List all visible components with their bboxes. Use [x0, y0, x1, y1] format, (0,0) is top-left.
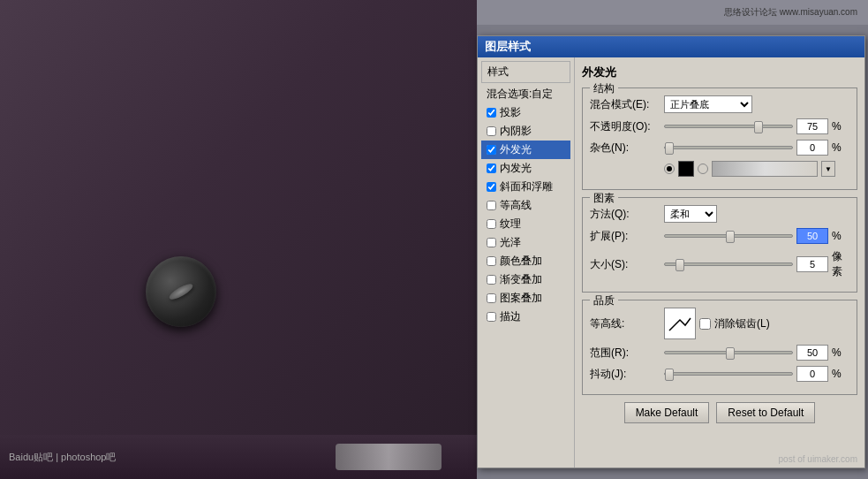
sidebar-item-blending[interactable]: 混合选项:自定: [481, 85, 570, 103]
noise-slider-thumb[interactable]: [665, 142, 674, 155]
sidebar-item-pattern-overlay[interactable]: 图案叠加: [481, 289, 570, 308]
site-text: 思络设计论坛 www.misayuan.com: [724, 6, 857, 19]
contour-svg: [668, 311, 692, 336]
opacity-slider-track[interactable]: [664, 125, 793, 128]
sidebar-item-inner-glow[interactable]: 内发光: [481, 159, 570, 178]
contour-preview[interactable]: [664, 308, 696, 339]
background-left: [0, 0, 477, 479]
color-row: ▼: [590, 161, 849, 177]
color-swatch[interactable]: [678, 161, 694, 177]
blending-label: 混合选项:自定: [487, 87, 553, 102]
inner-shadow-label: 内阴影: [500, 124, 532, 139]
layer-style-dialog: 图层样式 样式 混合选项:自定 投影 内阴影 外发光 内发光: [477, 35, 865, 468]
noise-unit: %: [832, 141, 849, 154]
sidebar-item-satin[interactable]: 光泽: [481, 233, 570, 252]
noise-row: 杂色(N): %: [590, 140, 849, 156]
range-slider-thumb[interactable]: [726, 347, 735, 360]
blend-mode-row: 混合模式(E): 正片叠底: [590, 95, 849, 113]
spread-slider-thumb[interactable]: [726, 231, 735, 243]
range-row: 范围(R): %: [590, 345, 849, 361]
gradient-dropdown-btn[interactable]: ▼: [821, 161, 835, 177]
bevel-label: 斜面和浮雕: [500, 179, 553, 194]
left-panel: 样式 混合选项:自定 投影 内阴影 外发光 内发光 斜面和浮: [478, 57, 575, 468]
satin-label: 光泽: [500, 235, 521, 250]
range-label: 范围(R):: [590, 346, 660, 361]
quality-section: 品质 等高线: 消除锯齿(L) 范围(R):: [582, 300, 857, 395]
contour-sub-label: 等高线: [500, 198, 532, 213]
outer-glow-section-title: 外发光: [582, 65, 857, 80]
reset-to-default-button[interactable]: Reset to Default: [716, 402, 815, 423]
sidebar-item-gradient-overlay[interactable]: 渐变叠加: [481, 270, 570, 289]
jitter-slider-track[interactable]: [664, 372, 793, 376]
bottom-strip: Baidu贴吧 | photoshop吧: [0, 435, 477, 479]
sidebar-item-color-overlay[interactable]: 颜色叠加: [481, 252, 570, 270]
sidebar-item-contour-sub[interactable]: 等高线: [481, 196, 570, 215]
anti-alias-checkbox[interactable]: [699, 318, 711, 330]
opacity-unit: %: [832, 120, 849, 133]
range-slider-track[interactable]: [664, 351, 793, 354]
noise-label: 杂色(N):: [590, 141, 660, 156]
satin-checkbox[interactable]: [487, 238, 496, 247]
spread-slider-track[interactable]: [664, 234, 793, 238]
noise-input[interactable]: [796, 140, 828, 156]
contour-sub-checkbox[interactable]: [487, 201, 496, 210]
opacity-slider-thumb[interactable]: [754, 121, 763, 133]
sidebar-item-bevel[interactable]: 斜面和浮雕: [481, 178, 570, 196]
sidebar-item-drop-shadow[interactable]: 投影: [481, 103, 570, 122]
texture-sub-checkbox[interactable]: [487, 219, 496, 229]
inner-glow-checkbox[interactable]: [487, 163, 496, 173]
jitter-unit: %: [832, 368, 849, 380]
sidebar-item-texture-sub[interactable]: 纹理: [481, 215, 570, 233]
stroke-label: 描边: [500, 309, 521, 324]
range-input[interactable]: [796, 345, 828, 361]
radio-gradient[interactable]: [698, 163, 708, 174]
gradient-preview[interactable]: [712, 161, 818, 177]
anti-alias-label: 消除锯齿(L): [699, 316, 770, 331]
drop-shadow-label: 投影: [500, 105, 521, 120]
bottom-logo-text: Baidu贴吧 | photoshop吧: [9, 451, 116, 464]
range-unit: %: [832, 346, 849, 359]
opacity-label: 不透明度(O):: [590, 119, 660, 134]
gradient-overlay-checkbox[interactable]: [487, 275, 496, 285]
pattern-overlay-checkbox[interactable]: [487, 293, 496, 303]
opacity-input[interactable]: [796, 118, 828, 134]
method-select[interactable]: 柔和: [664, 205, 717, 223]
elements-label: 图素: [590, 191, 618, 206]
size-input[interactable]: [796, 256, 828, 272]
blend-mode-select[interactable]: 正片叠底: [664, 95, 752, 113]
structure-section: 结构 混合模式(E): 正片叠底 不透明度(O): %: [582, 87, 857, 190]
noise-slider-track[interactable]: [664, 146, 793, 149]
dialog-body: 样式 混合选项:自定 投影 内阴影 外发光 内发光 斜面和浮: [478, 57, 864, 468]
color-overlay-label: 颜色叠加: [500, 254, 542, 269]
size-slider-thumb[interactable]: [676, 259, 684, 271]
anti-alias-text: 消除锯齿(L): [714, 316, 770, 331]
outer-glow-checkbox[interactable]: [487, 145, 496, 155]
sidebar-item-inner-shadow[interactable]: 内阴影: [481, 122, 570, 141]
jitter-slider-thumb[interactable]: [665, 369, 674, 381]
watermark-text: post of uimaker.com: [779, 454, 857, 464]
quality-label: 品质: [590, 293, 618, 308]
inner-glow-label: 内发光: [500, 161, 532, 176]
stroke-checkbox[interactable]: [487, 312, 496, 322]
structure-label: 结构: [590, 81, 618, 96]
pattern-overlay-label: 图案叠加: [500, 291, 542, 306]
make-default-button[interactable]: Make Default: [624, 402, 710, 423]
inner-shadow-checkbox[interactable]: [487, 126, 496, 136]
knob-inner: [168, 281, 195, 302]
jitter-input[interactable]: [796, 366, 828, 382]
elements-section: 图素 方法(Q): 柔和 扩展(P): %: [582, 197, 857, 293]
sidebar-item-outer-glow[interactable]: 外发光: [481, 141, 570, 159]
drop-shadow-checkbox[interactable]: [487, 108, 496, 118]
spread-input[interactable]: [796, 228, 828, 244]
sidebar-item-stroke[interactable]: 描边: [481, 308, 570, 326]
size-slider-track[interactable]: [664, 262, 793, 266]
bevel-checkbox[interactable]: [487, 182, 496, 192]
size-row: 大小(S): 像素: [590, 249, 849, 279]
radio-solid-color[interactable]: [664, 163, 675, 174]
color-overlay-checkbox[interactable]: [487, 256, 496, 266]
method-row: 方法(Q): 柔和: [590, 205, 849, 223]
panel-header-styles: 样式: [481, 61, 570, 83]
dialog-title: 图层样式: [485, 39, 531, 55]
contour-row: 等高线: 消除锯齿(L): [590, 308, 849, 339]
bottom-bright: [336, 444, 442, 470]
